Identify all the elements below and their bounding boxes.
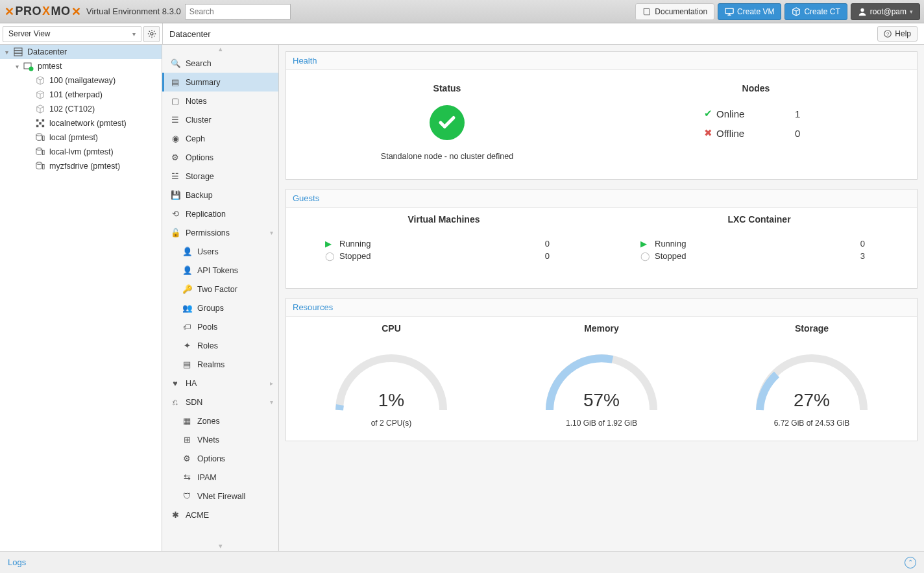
scroll-up-arrow[interactable]: ▴ <box>162 45 278 54</box>
vm-running-count: 0 <box>530 239 550 249</box>
submenu-cluster[interactable]: ☰Cluster <box>162 110 278 129</box>
vm-stopped-count: 0 <box>530 251 550 261</box>
logs-bar[interactable]: Logs ⌃ <box>0 551 924 573</box>
chevron-down-icon: ▾ <box>270 229 273 236</box>
submenu-summary[interactable]: ▤Summary <box>162 73 278 91</box>
user-menu-button[interactable]: root@pam ▾ <box>851 3 920 20</box>
submenu-permissions[interactable]: 🔓Permissions▾ <box>162 223 278 242</box>
submenu-roles[interactable]: ✦Roles <box>162 336 278 355</box>
lxc-stopped-count: 3 <box>845 251 865 261</box>
ve-version-label: Virtual Environment 8.3.0 <box>86 6 181 16</box>
cube-icon <box>35 75 45 86</box>
svg-rect-5 <box>14 48 22 51</box>
running-label: Running <box>339 239 530 249</box>
create-vm-button[interactable]: Create VM <box>718 3 781 20</box>
tree-label: pmtest <box>38 62 62 71</box>
submenu-acme[interactable]: ✱ACME <box>162 506 278 524</box>
submenu-storage[interactable]: ☱Storage <box>162 167 278 186</box>
svg-point-1 <box>860 8 864 11</box>
memory-percent: 57% <box>540 390 663 411</box>
submenu-pools[interactable]: 🏷Pools <box>162 317 278 336</box>
svg-rect-20 <box>43 164 45 169</box>
svg-text:?: ? <box>886 31 889 37</box>
stopped-label: Stopped <box>655 251 845 261</box>
resource-tree: ▾ Datacenter ▾ pmtest 100 (mailgateway) … <box>0 45 162 551</box>
submenu-notes[interactable]: ▢Notes <box>162 91 278 110</box>
svg-rect-12 <box>36 125 39 128</box>
help-button[interactable]: ? Help <box>877 26 918 42</box>
chevron-down-icon: ▾ <box>132 30 136 38</box>
expand-up-icon[interactable]: ⌃ <box>905 557 916 568</box>
lxc-title: LXC Container <box>602 214 917 225</box>
global-search-input[interactable] <box>185 4 291 19</box>
tree-ct-100[interactable]: 100 (mailgateway) <box>0 73 162 88</box>
cpu-title: CPU <box>286 323 496 334</box>
submenu-vnet-firewall[interactable]: 🛡VNet Firewall <box>162 487 278 506</box>
tree-label: 102 (CT102) <box>49 104 95 114</box>
svg-point-9 <box>29 67 34 71</box>
svg-rect-0 <box>725 8 733 13</box>
help-label: Help <box>895 29 911 38</box>
chevron-down-icon: ▾ <box>910 8 913 15</box>
submenu-two-factor[interactable]: 🔑Two Factor <box>162 280 278 299</box>
map-signs-icon: ⇆ <box>182 472 191 482</box>
scroll-down-arrow[interactable]: ▾ <box>162 542 278 551</box>
server-online-icon <box>23 61 34 71</box>
tree-label: 100 (mailgateway) <box>49 76 116 85</box>
chevron-down-icon: ▾ <box>270 398 273 406</box>
submenu-replication[interactable]: ⟲Replication <box>162 204 278 223</box>
submenu-api-tokens[interactable]: 👤API Tokens <box>162 261 278 280</box>
guests-panel: Guests Virtual Machines ▶Running0 ◯Stopp… <box>286 189 918 289</box>
submenu-vnets[interactable]: ⊞VNets <box>162 430 278 449</box>
offline-label: Offline <box>716 128 744 139</box>
submenu-options[interactable]: ⚙Options <box>162 148 278 167</box>
tree-ct-102[interactable]: 102 (CT102) <box>0 102 162 116</box>
panel-header-guests: Guests <box>286 189 917 208</box>
health-panel: Health Status Standalone node - no clust… <box>286 51 918 180</box>
storage-percent: 27% <box>750 390 873 411</box>
submenu-zones[interactable]: ▦Zones <box>162 411 278 430</box>
submenu-groups[interactable]: 👥Groups <box>162 299 278 317</box>
vm-title: Virtual Machines <box>286 214 602 225</box>
chevron-right-icon: ▸ <box>270 380 273 387</box>
svg-rect-13 <box>42 125 45 128</box>
create-vm-label: Create VM <box>737 7 774 16</box>
tree-ct-101[interactable]: 101 (etherpad) <box>0 88 162 102</box>
network-icon <box>35 118 45 128</box>
tree-storage-local[interactable]: local (pmtest) <box>0 130 162 145</box>
offline-count: 0 <box>795 128 808 139</box>
submenu-sdn-options[interactable]: ⚙Options <box>162 449 278 468</box>
tree-datacenter[interactable]: ▾ Datacenter <box>0 45 162 59</box>
panel-header-resources: Resources <box>286 299 917 317</box>
tree-network[interactable]: localnetwork (pmtest) <box>0 116 162 130</box>
server-view-select[interactable]: Server View ▾ <box>3 26 141 42</box>
tree-label: myzfsdrive (pmtest) <box>49 162 120 171</box>
gear-icon <box>147 29 156 38</box>
unlock-icon: 🔓 <box>171 228 180 238</box>
submenu-realms[interactable]: ▤Realms <box>162 355 278 374</box>
sdn-icon: ⎌ <box>171 398 180 407</box>
tree-node[interactable]: ▾ pmtest <box>0 59 162 73</box>
svg-point-19 <box>36 162 42 165</box>
submenu-ipam[interactable]: ⇆IPAM <box>162 468 278 487</box>
submenu-ceph[interactable]: ◉Ceph <box>162 129 278 148</box>
gear-icon: ⚙ <box>182 454 191 463</box>
tree-storage-myzfs[interactable]: myzfsdrive (pmtest) <box>0 159 162 173</box>
certificate-icon: ✱ <box>171 510 180 520</box>
submenu-sdn[interactable]: ⎌SDN▾ <box>162 393 278 411</box>
tree-settings-button[interactable] <box>143 26 160 42</box>
submenu-backup[interactable]: 💾Backup <box>162 186 278 204</box>
create-ct-button[interactable]: Create CT <box>784 3 847 20</box>
caret-down-icon: ▾ <box>5 49 13 56</box>
submenu-search[interactable]: 🔍Search <box>162 54 278 73</box>
database-icon: ☱ <box>171 171 180 181</box>
submenu-ha[interactable]: ♥HA▸ <box>162 374 278 393</box>
submenu-users[interactable]: 👤Users <box>162 242 278 261</box>
documentation-button[interactable]: Documentation <box>635 3 714 20</box>
tags-icon: 🏷 <box>182 323 191 332</box>
network-icon: ⊞ <box>182 435 191 445</box>
svg-rect-16 <box>43 136 45 140</box>
tree-storage-locallvm[interactable]: local-lvm (pmtest) <box>0 145 162 159</box>
top-bar: ✕PROXMO✕ Virtual Environment 8.3.0 Docum… <box>0 0 924 23</box>
stop-icon: ◯ <box>325 251 335 261</box>
